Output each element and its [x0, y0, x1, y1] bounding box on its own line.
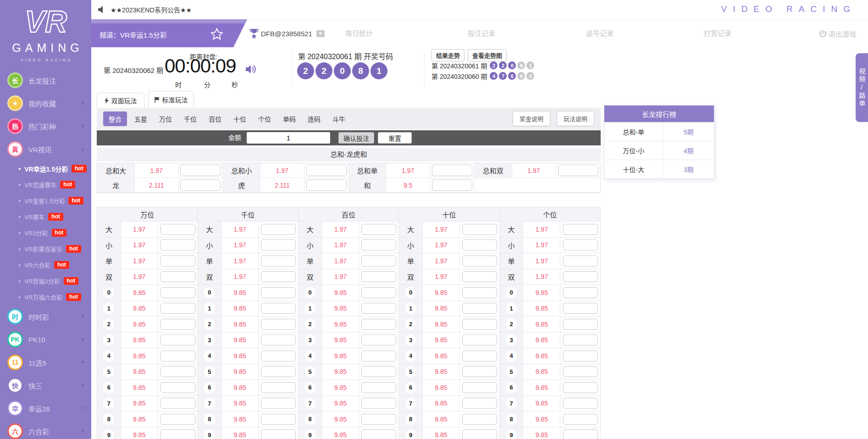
- bet-amount-input[interactable]: [563, 239, 598, 250]
- sidebar-subitem-vr-lucky15[interactable]: •VR幸运1.5分彩hot: [0, 161, 91, 177]
- bet-amount-input[interactable]: [563, 256, 598, 267]
- bet-amount-input[interactable]: [160, 366, 195, 377]
- bet-amount-input[interactable]: [160, 224, 195, 235]
- view-chart-button[interactable]: 查看走势图: [468, 49, 507, 61]
- tab-standard[interactable]: 标准玩法: [148, 91, 194, 108]
- favorite-star-icon[interactable]: [210, 28, 223, 42]
- sidebar-item-k3[interactable]: 快快三▼: [0, 374, 91, 397]
- sidebar-item-pk10[interactable]: PKPK10▼: [0, 328, 91, 351]
- sidebar-item-ssc[interactable]: 时时时彩▼: [0, 305, 91, 328]
- subtab-0[interactable]: 整合: [103, 111, 127, 126]
- amount-input[interactable]: [247, 132, 330, 144]
- bet-amount-input[interactable]: [160, 334, 195, 345]
- bet-amount-input[interactable]: [261, 256, 296, 267]
- sidebar-item-lhc[interactable]: 六六合彩▼: [0, 420, 91, 439]
- sidebar-item-lucky28[interactable]: 幸幸运28▼: [0, 397, 91, 420]
- bet-amount-input[interactable]: [160, 256, 195, 267]
- bet-amount-input[interactable]: [180, 165, 221, 176]
- subtab-4[interactable]: 百位: [209, 114, 221, 123]
- bet-amount-input[interactable]: [306, 179, 347, 191]
- bet-amount-input[interactable]: [160, 287, 195, 298]
- video-roadmap-tab[interactable]: 视频/路单: [856, 53, 868, 122]
- bet-amount-input[interactable]: [261, 414, 296, 425]
- bet-amount-input[interactable]: [361, 319, 396, 330]
- sound-toggle-icon[interactable]: [245, 64, 257, 77]
- confirm-bet-button[interactable]: 确认投注: [338, 132, 374, 144]
- bet-amount-input[interactable]: [361, 350, 396, 361]
- sidebar-subitem-vr-venus15[interactable]: •VR金星1.5分彩hot: [0, 193, 91, 209]
- bet-amount-input[interactable]: [462, 256, 497, 267]
- subtab-9[interactable]: 斗牛: [332, 114, 345, 123]
- bet-amount-input[interactable]: [261, 382, 296, 393]
- bet-amount-input[interactable]: [361, 239, 396, 250]
- bet-amount-input[interactable]: [160, 350, 195, 361]
- bet-amount-input[interactable]: [563, 287, 598, 298]
- nav-link[interactable]: 追号记录: [586, 20, 614, 47]
- sidebar-item-11x5[interactable]: 1111选5▼: [0, 351, 91, 374]
- bet-amount-input[interactable]: [261, 287, 296, 298]
- bet-amount-input[interactable]: [462, 398, 497, 409]
- bet-amount-input[interactable]: [160, 414, 195, 425]
- bet-amount-input[interactable]: [361, 287, 396, 298]
- subtab-1[interactable]: 五星: [134, 114, 147, 123]
- nav-link[interactable]: 每日统计: [345, 20, 373, 47]
- subtab-6[interactable]: 个位: [258, 114, 271, 123]
- bonus-info-button[interactable]: 奖金说明: [513, 111, 550, 126]
- bet-amount-input[interactable]: [160, 303, 195, 314]
- subtab-5[interactable]: 十位: [233, 114, 246, 123]
- bet-amount-input[interactable]: [563, 366, 598, 377]
- bet-amount-input[interactable]: [462, 334, 497, 345]
- bet-amount-input[interactable]: [261, 303, 296, 314]
- bet-amount-input[interactable]: [563, 414, 598, 425]
- nav-link[interactable]: 投注记录: [468, 20, 495, 47]
- subtab-8[interactable]: 连码: [308, 114, 321, 123]
- bet-amount-input[interactable]: [563, 429, 598, 439]
- bet-amount-input[interactable]: [462, 271, 497, 282]
- bet-amount-input[interactable]: [361, 334, 396, 345]
- subtab-7[interactable]: 单码: [283, 114, 296, 123]
- bet-amount-input[interactable]: [261, 224, 296, 235]
- bet-amount-input[interactable]: [563, 382, 598, 393]
- bet-amount-input[interactable]: [160, 319, 195, 330]
- bet-amount-input[interactable]: [462, 303, 497, 314]
- bet-amount-input[interactable]: [563, 334, 598, 345]
- bet-amount-input[interactable]: [361, 414, 396, 425]
- bet-amount-input[interactable]: [563, 303, 598, 314]
- bet-amount-input[interactable]: [160, 398, 195, 409]
- sidebar-subitem-vr-speed-racing[interactable]: •VR竞速赛车hot: [0, 177, 91, 193]
- rules-info-button[interactable]: 玩法说明: [557, 111, 594, 126]
- bet-amount-input[interactable]: [361, 429, 396, 439]
- bet-amount-input[interactable]: [160, 429, 195, 439]
- nav-link[interactable]: 打赏记录: [704, 20, 731, 47]
- bet-amount-input[interactable]: [160, 382, 195, 393]
- bet-amount-input[interactable]: [361, 224, 396, 235]
- result-trend-button[interactable]: 结果走势: [431, 49, 464, 61]
- bet-amount-input[interactable]: [361, 271, 396, 282]
- bet-amount-input[interactable]: [462, 429, 497, 439]
- bet-amount-input[interactable]: [432, 179, 472, 191]
- bet-amount-input[interactable]: [160, 239, 195, 250]
- bet-amount-input[interactable]: [261, 366, 296, 377]
- bet-amount-input[interactable]: [361, 366, 396, 377]
- sidebar-subitem-vr-wanfu-lhc[interactable]: •VR万福六合彩hot: [0, 289, 91, 305]
- bet-amount-input[interactable]: [261, 350, 296, 361]
- bet-amount-input[interactable]: [462, 414, 497, 425]
- bet-amount-input[interactable]: [462, 382, 497, 393]
- bet-amount-input[interactable]: [462, 287, 497, 298]
- sidebar-subitem-vr-3fc[interactable]: •VR3分彩hot: [0, 225, 91, 241]
- sidebar-subitem-vr-baccarat[interactable]: •VR彩票百家乐hot: [0, 241, 91, 257]
- bet-amount-input[interactable]: [261, 334, 296, 345]
- logout-button[interactable]: 退出游戏: [819, 20, 856, 47]
- bet-amount-input[interactable]: [180, 179, 221, 191]
- subtab-2[interactable]: 万位: [159, 114, 172, 123]
- sidebar-item-changlong[interactable]: 长长龙投注: [0, 69, 91, 92]
- bet-amount-input[interactable]: [432, 165, 472, 176]
- bet-amount-input[interactable]: [361, 303, 396, 314]
- bet-amount-input[interactable]: [462, 366, 497, 377]
- bet-amount-input[interactable]: [558, 165, 598, 176]
- bet-amount-input[interactable]: [361, 382, 396, 393]
- bet-amount-input[interactable]: [261, 271, 296, 282]
- reset-button[interactable]: 重置: [378, 132, 412, 144]
- subtab-3[interactable]: 千位: [184, 114, 197, 123]
- bet-amount-input[interactable]: [563, 319, 598, 330]
